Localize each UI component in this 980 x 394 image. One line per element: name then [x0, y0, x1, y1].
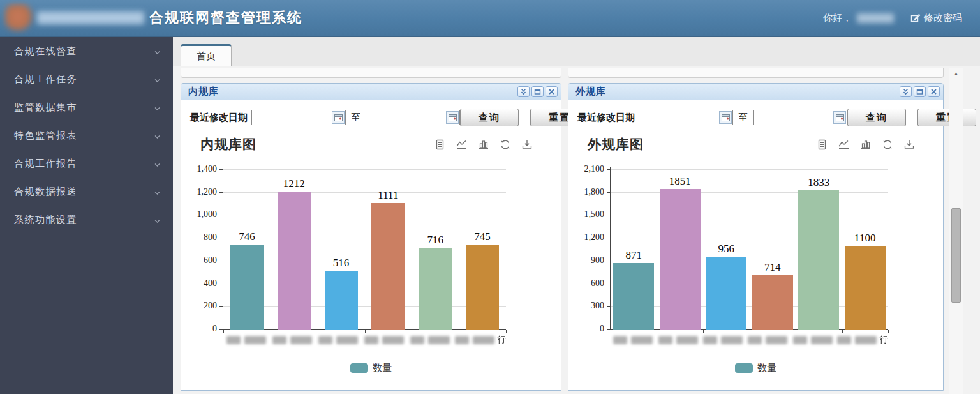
- data-view-icon[interactable]: [434, 139, 445, 150]
- y-axis-tick-label: 600: [591, 278, 604, 289]
- y-axis-tick: [607, 192, 610, 193]
- edit-icon: [910, 13, 921, 23]
- y-axis-tick: [219, 238, 223, 238]
- panel-title: 内规库: [188, 86, 219, 98]
- close-icon[interactable]: [546, 86, 558, 97]
- bar[interactable]: [419, 248, 452, 330]
- tab-strip: 首页: [173, 37, 980, 66]
- bar-value-label: 714: [764, 261, 781, 274]
- chevron-down-icon: [154, 215, 160, 225]
- chart-legend[interactable]: 数量: [181, 362, 561, 374]
- y-axis-tick: [607, 306, 610, 307]
- panel-header: 外规库: [568, 84, 943, 100]
- legend-swatch: [350, 363, 368, 373]
- bar[interactable]: [706, 257, 746, 330]
- change-password-link[interactable]: 修改密码: [910, 12, 962, 24]
- sidebar-item-system-settings[interactable]: 系统功能设置: [0, 206, 173, 234]
- bar-chart-icon[interactable]: [860, 139, 872, 150]
- bar-value-label: 1100: [854, 232, 875, 245]
- reset-button[interactable]: 重置: [917, 109, 976, 126]
- x-axis-label-redacted: 行: [453, 333, 506, 347]
- bar[interactable]: [845, 246, 886, 330]
- x-axis-tick: [271, 330, 271, 333]
- bar[interactable]: [230, 245, 264, 330]
- collapse-button[interactable]: [517, 86, 530, 97]
- close-icon[interactable]: [928, 86, 940, 97]
- bar[interactable]: [325, 271, 358, 330]
- bar-value-label: 516: [333, 257, 350, 269]
- sidebar-item-work-report[interactable]: 合规工作报告: [0, 149, 173, 178]
- date-from-field[interactable]: [639, 110, 733, 125]
- data-view-icon[interactable]: [817, 139, 828, 150]
- date-to-field[interactable]: [366, 110, 460, 125]
- y-axis-tick-label: 0: [212, 324, 217, 334]
- y-axis-tick-label: 200: [204, 301, 217, 311]
- collapse-button[interactable]: [900, 86, 912, 97]
- x-axis-tick: [888, 330, 889, 333]
- scrollbar-thumb[interactable]: [951, 208, 961, 303]
- x-axis-tick: [412, 330, 412, 333]
- bar-value-label: 956: [718, 243, 735, 255]
- line-chart-icon[interactable]: [456, 139, 468, 150]
- restore-icon[interactable]: [882, 139, 893, 150]
- user-name-redacted: [857, 13, 894, 23]
- y-axis-tick-label: 800: [204, 232, 217, 243]
- x-axis-tick: [365, 330, 366, 333]
- x-axis-tick: [657, 330, 657, 333]
- date-to-field[interactable]: [753, 110, 847, 125]
- y-axis-tick-label: 2,100: [584, 164, 605, 174]
- download-icon[interactable]: [521, 139, 533, 150]
- top-header: 合规联网督查管理系统 你好， 修改密码: [0, 0, 980, 37]
- bar[interactable]: [752, 275, 793, 330]
- download-icon[interactable]: [903, 139, 915, 150]
- x-axis-tick: [223, 330, 224, 333]
- tab-home[interactable]: 首页: [181, 44, 232, 66]
- panel-internal-regulations: 内规库 最近修改日期 至: [181, 83, 561, 391]
- line-chart-icon[interactable]: [838, 139, 850, 150]
- scroll-up-arrow-icon[interactable]: ▲: [949, 68, 963, 79]
- sidebar-item-work-tasks[interactable]: 合规工作任务: [0, 65, 173, 93]
- date-to-input[interactable]: [754, 111, 833, 124]
- date-from-field[interactable]: [251, 110, 346, 125]
- bar[interactable]: [798, 190, 839, 330]
- calendar-icon[interactable]: [332, 111, 345, 124]
- y-axis-tick-label: 1,200: [197, 187, 218, 197]
- sidebar-item-data-mart[interactable]: 监管数据集市: [0, 93, 173, 121]
- filter-bar: 最近修改日期 至 查询 重置: [181, 100, 561, 126]
- y-axis-tick-label: 1,400: [197, 164, 218, 174]
- range-separator: 至: [738, 112, 748, 124]
- date-from-input[interactable]: [639, 111, 719, 124]
- y-axis-tick: [219, 284, 223, 284]
- chevron-down-icon: [154, 74, 160, 85]
- query-button[interactable]: 查询: [847, 109, 906, 126]
- panel-header: 内规库: [181, 84, 561, 100]
- date-from-input[interactable]: [252, 111, 332, 124]
- sidebar-item-data-submission[interactable]: 合规数据报送: [0, 178, 173, 206]
- maximize-button[interactable]: [531, 86, 544, 97]
- maximize-button[interactable]: [914, 86, 926, 97]
- calendar-icon[interactable]: [719, 111, 732, 124]
- bar[interactable]: [278, 192, 311, 330]
- calendar-icon[interactable]: [833, 111, 846, 124]
- date-to-input[interactable]: [366, 111, 446, 124]
- query-button[interactable]: 查询: [460, 109, 519, 126]
- y-axis-tick-label: 300: [591, 301, 604, 311]
- x-axis-labels: 行: [611, 333, 888, 347]
- bar[interactable]: [613, 263, 654, 330]
- bar-chart-icon[interactable]: [478, 139, 489, 150]
- sidebar-item-special-reports[interactable]: 特色监管报表: [0, 121, 173, 149]
- vertical-scrollbar[interactable]: ▲: [949, 68, 963, 394]
- sidebar-item-online-inspection[interactable]: 合规在线督查: [0, 37, 173, 65]
- y-axis-tick: [219, 261, 223, 261]
- bar[interactable]: [371, 203, 405, 330]
- greeting-text: 你好，: [823, 12, 852, 24]
- restore-icon[interactable]: [500, 139, 511, 150]
- bar[interactable]: [466, 245, 499, 330]
- calendar-icon[interactable]: [446, 111, 459, 124]
- chart-title: 内规库图: [200, 135, 256, 153]
- date-filter-label: 最近修改日期: [190, 112, 248, 124]
- chevron-down-icon: [154, 158, 160, 169]
- chart-legend[interactable]: 数量: [568, 362, 943, 374]
- y-axis-tick: [607, 261, 610, 261]
- bar[interactable]: [660, 189, 701, 330]
